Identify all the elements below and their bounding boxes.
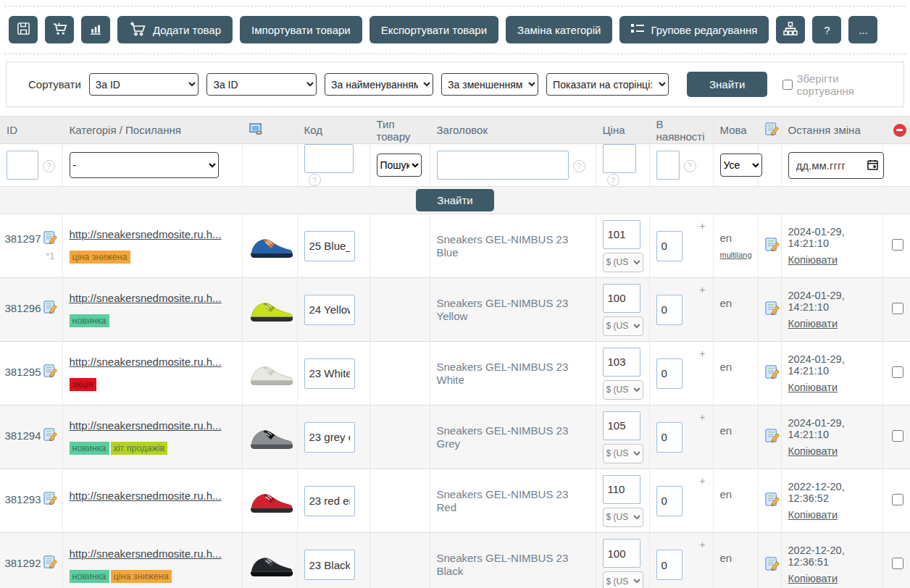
product-stock-input[interactable] bbox=[656, 295, 682, 325]
filter-code-input[interactable] bbox=[304, 144, 354, 173]
product-price-input[interactable] bbox=[603, 220, 640, 249]
sort-select-2[interactable]: За ID bbox=[206, 73, 317, 96]
product-link[interactable]: http://sneakersnedmosite.ru.h... bbox=[70, 292, 222, 304]
currency-select[interactable]: $ (US bbox=[603, 253, 643, 272]
copy-link[interactable]: Копіювати bbox=[788, 573, 838, 584]
filter-category-select[interactable]: - bbox=[70, 152, 219, 178]
deselect-all-icon[interactable] bbox=[893, 124, 906, 137]
increment-stock[interactable]: + bbox=[699, 348, 705, 359]
replace-categories-button[interactable]: Заміна категорій bbox=[506, 16, 612, 43]
product-link[interactable]: http://sneakersnedmosite.ru.h... bbox=[70, 490, 222, 502]
floppy-icon bbox=[17, 22, 30, 38]
product-image[interactable] bbox=[249, 295, 294, 324]
select-cell bbox=[882, 278, 910, 342]
product-stock-input[interactable] bbox=[656, 486, 682, 516]
currency-select[interactable]: $ (US bbox=[603, 508, 643, 527]
row-checkbox[interactable] bbox=[892, 303, 903, 314]
copy-link[interactable]: Копіювати bbox=[788, 509, 838, 521]
product-code-input[interactable] bbox=[304, 550, 355, 580]
filter-id-input[interactable] bbox=[7, 151, 38, 180]
cart-button[interactable] bbox=[45, 16, 74, 43]
edit-note-icon[interactable] bbox=[765, 433, 780, 445]
product-image[interactable] bbox=[249, 232, 294, 261]
product-image[interactable] bbox=[249, 359, 294, 388]
product-stock-input[interactable] bbox=[656, 422, 682, 453]
product-stock-input[interactable] bbox=[656, 231, 682, 261]
product-link[interactable]: http://sneakersnedmosite.ru.h... bbox=[70, 547, 222, 560]
currency-select[interactable]: $ (US bbox=[603, 316, 643, 336]
edit-note-icon[interactable] bbox=[765, 497, 780, 509]
row-checkbox[interactable] bbox=[892, 494, 903, 505]
edit-product-icon[interactable] bbox=[43, 427, 58, 445]
edit-note-icon[interactable] bbox=[765, 306, 780, 318]
product-code-input[interactable] bbox=[304, 231, 355, 261]
sort-select-3[interactable]: За найменуванням bbox=[325, 73, 433, 96]
product-link[interactable]: http://sneakersnedmosite.ru.h... bbox=[70, 228, 222, 240]
product-image[interactable] bbox=[249, 423, 294, 452]
help-button[interactable]: ? bbox=[812, 16, 841, 43]
sort-find-button[interactable]: Знайти bbox=[687, 72, 767, 97]
filter-type-select[interactable]: Пошук bbox=[377, 154, 422, 177]
save-button[interactable] bbox=[9, 16, 38, 43]
currency-select[interactable]: $ (US bbox=[603, 380, 643, 400]
filter-title-input[interactable] bbox=[437, 151, 569, 180]
multilang-link[interactable]: multilang bbox=[720, 251, 752, 259]
edit-product-icon[interactable] bbox=[43, 555, 58, 572]
increment-stock[interactable]: + bbox=[699, 411, 705, 423]
table-find-button[interactable]: Знайти bbox=[416, 189, 494, 211]
increment-stock[interactable]: + bbox=[699, 475, 705, 487]
edit-product-icon[interactable] bbox=[43, 364, 58, 381]
stats-button[interactable] bbox=[81, 16, 110, 43]
copy-link[interactable]: Копіювати bbox=[788, 382, 838, 393]
product-badge: новинка bbox=[70, 314, 109, 327]
product-image[interactable] bbox=[249, 550, 294, 579]
save-sort-checkbox[interactable] bbox=[782, 80, 792, 90]
currency-select[interactable]: $ (US bbox=[603, 571, 643, 588]
edit-product-icon[interactable] bbox=[43, 230, 58, 248]
edit-product-icon[interactable] bbox=[43, 300, 58, 317]
product-price-input[interactable] bbox=[603, 539, 640, 568]
increment-stock[interactable]: + bbox=[699, 220, 705, 232]
product-price-input[interactable] bbox=[603, 284, 640, 313]
currency-select[interactable]: $ (US bbox=[603, 444, 643, 463]
export-products-button[interactable]: Експортувати товари bbox=[370, 16, 498, 43]
product-image[interactable] bbox=[249, 487, 294, 516]
row-checkbox[interactable] bbox=[892, 558, 903, 569]
row-checkbox[interactable] bbox=[892, 430, 903, 442]
product-stock-input[interactable] bbox=[656, 550, 682, 580]
more-button[interactable]: ... bbox=[848, 16, 877, 43]
edit-note-icon[interactable] bbox=[765, 242, 780, 254]
filter-lang-select[interactable]: Усе bbox=[720, 154, 762, 177]
sitemap-button[interactable] bbox=[776, 16, 805, 43]
copy-link[interactable]: Копіювати bbox=[788, 318, 838, 329]
product-code-input[interactable] bbox=[304, 486, 355, 516]
increment-stock[interactable]: + bbox=[699, 284, 705, 295]
edit-note-icon[interactable] bbox=[765, 561, 780, 574]
product-price-input[interactable] bbox=[603, 475, 640, 504]
product-lang: en bbox=[720, 488, 732, 500]
product-stock-input[interactable] bbox=[656, 358, 682, 389]
product-code-input[interactable] bbox=[304, 422, 355, 453]
filter-stock-input[interactable] bbox=[656, 151, 680, 180]
import-products-button[interactable]: Імпортувати товари bbox=[240, 16, 362, 43]
product-price-input[interactable] bbox=[603, 411, 640, 440]
row-checkbox[interactable] bbox=[892, 366, 903, 378]
row-checkbox[interactable] bbox=[892, 239, 903, 251]
product-code-input[interactable] bbox=[304, 358, 355, 389]
edit-product-icon[interactable] bbox=[43, 491, 58, 508]
modified-date: 2024-01-29, 14:21:10 bbox=[788, 226, 878, 249]
sort-select-1[interactable]: За ID bbox=[89, 73, 199, 96]
product-link[interactable]: http://sneakersnedmosite.ru.h... bbox=[70, 419, 222, 432]
sort-select-4[interactable]: За зменшенням bbox=[441, 73, 538, 96]
bulk-edit-button[interactable]: Групове редагування bbox=[619, 16, 769, 43]
edit-note-icon[interactable] bbox=[765, 369, 780, 382]
product-code-input[interactable] bbox=[304, 295, 355, 325]
filter-price-input[interactable] bbox=[603, 144, 636, 173]
increment-stock[interactable]: + bbox=[699, 539, 705, 550]
product-price-input[interactable] bbox=[603, 348, 640, 377]
add-product-button[interactable]: Додати товар bbox=[117, 16, 233, 43]
copy-link[interactable]: Копіювати bbox=[788, 254, 838, 266]
copy-link[interactable]: Копіювати bbox=[788, 445, 838, 457]
product-link[interactable]: http://sneakersnedmosite.ru.h... bbox=[70, 356, 222, 368]
per-page-select[interactable]: Показати на сторінці: bbox=[546, 73, 669, 96]
